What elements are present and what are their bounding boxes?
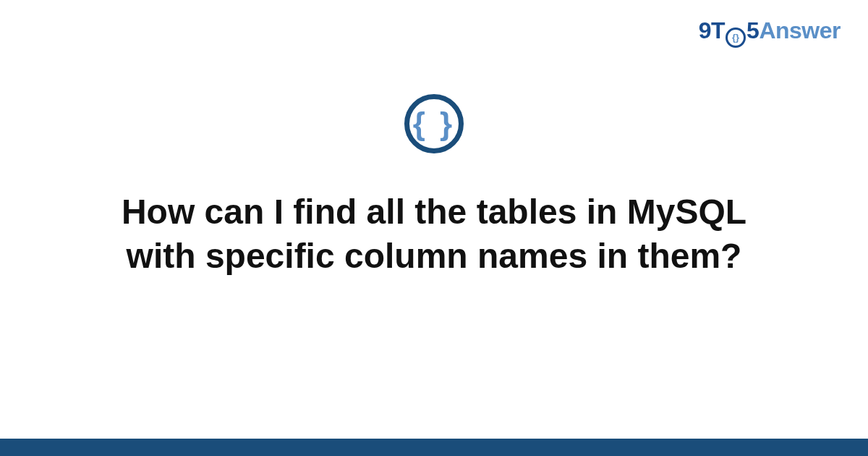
question-title: How can I find all the tables in MySQL w… [94, 190, 774, 279]
logo-text-9t: 9T [699, 17, 725, 44]
footer-accent-bar [0, 439, 868, 456]
logo-o-circle: {} [726, 28, 746, 48]
logo-text-5: 5 [746, 17, 759, 44]
logo-o-braces: {} [732, 33, 739, 42]
site-logo: 9T {} 5 Answer [699, 17, 841, 46]
braces-icon: { } [413, 108, 455, 140]
category-icon-circle: { } [404, 94, 464, 153]
logo-text-answer: Answer [759, 17, 841, 44]
main-content: { } How can I find all the tables in MyS… [0, 94, 868, 279]
